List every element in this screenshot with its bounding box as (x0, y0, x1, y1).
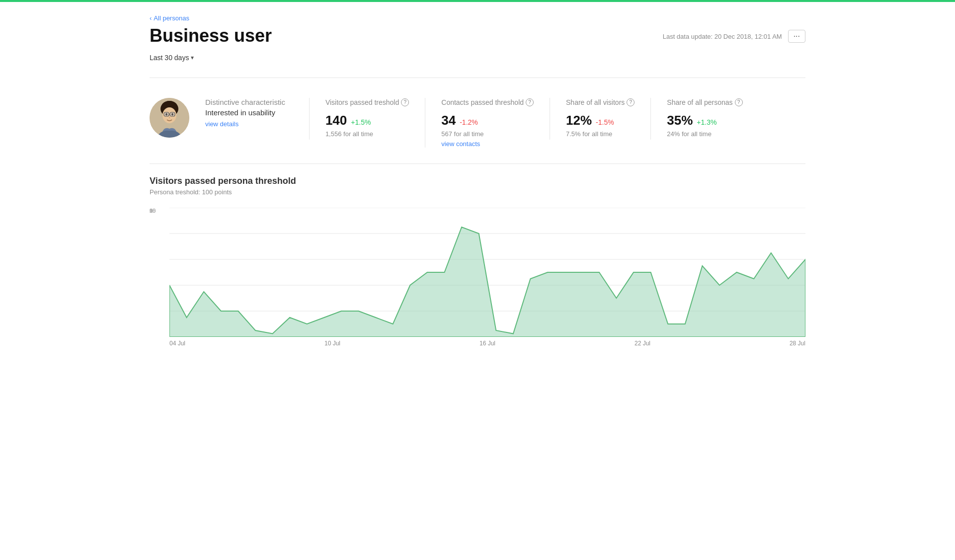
x-label-28jul: 28 Jul (790, 340, 805, 347)
stat-sub-share-visitors: 7.5% for all time (566, 130, 635, 138)
stat-change-share-visitors: -1.5% (596, 118, 614, 126)
stat-block-visitors-passed: Visitors passed treshold ? 140 +1.5% 1,5… (309, 98, 425, 140)
svg-rect-6 (164, 112, 169, 116)
contacts-help-icon[interactable]: ? (526, 98, 534, 106)
x-label-04jul: 04 Jul (169, 340, 185, 347)
characteristic-label: Distinctive characteristic (205, 98, 285, 106)
chart-subtitle: Persona treshold: 100 points (150, 188, 805, 196)
date-range-arrow-icon: ▾ (191, 54, 194, 61)
header-row: Business user Last data update: 20 Dec 2… (150, 26, 805, 46)
chart-title: Visitors passed persona threshold (150, 176, 805, 186)
view-contacts-link[interactable]: view contacts (441, 140, 480, 148)
stat-value-share-personas: 35% (667, 113, 693, 128)
chart-section: Visitors passed persona threshold Person… (150, 176, 805, 357)
stat-sub-share-personas: 24% for all time (667, 130, 742, 138)
stat-change-visitors: +1.5% (351, 118, 371, 126)
date-range-label: Last 30 days (150, 54, 189, 62)
stat-value-share-visitors: 12% (566, 113, 592, 128)
stat-sub-contacts: 567 for all time (441, 130, 534, 138)
stat-block-share-personas: Share of all personas ? 35% +1.3% 24% fo… (650, 98, 758, 140)
x-label-22jul: 22 Jul (635, 340, 650, 347)
x-label-10jul: 10 Jul (324, 340, 340, 347)
stat-block-contacts-passed: Contacts passed threshold ? 34 -1.2% 567… (425, 98, 550, 148)
page-title: Business user (150, 26, 272, 46)
stat-change-share-personas: +1.3% (697, 118, 716, 126)
share-personas-help-icon[interactable]: ? (735, 98, 743, 106)
view-details-link[interactable]: view details (205, 120, 239, 128)
stat-block-share-visitors: Share of all visitors ? 12% -1.5% 7.5% f… (550, 98, 650, 140)
back-to-personas-link[interactable]: ‹ All personas (150, 14, 189, 22)
date-range-selector[interactable]: Last 30 days ▾ (150, 54, 194, 62)
back-link-label: All personas (154, 14, 189, 22)
stat-change-contacts: -1.2% (460, 118, 478, 126)
x-axis-labels: 04 Jul 10 Jul 16 Jul 22 Jul 28 Jul (169, 337, 805, 347)
chart-svg (169, 208, 805, 337)
stat-main-share-personas: 35% +1.3% (667, 113, 742, 128)
stat-value-visitors: 140 (325, 113, 347, 128)
back-chevron-icon: ‹ (150, 14, 152, 22)
y-label-0: 0 (150, 208, 153, 214)
persona-info: Distinctive characteristic Interested in… (205, 98, 285, 128)
x-label-16jul: 16 Jul (479, 340, 495, 347)
stat-value-contacts: 34 (441, 113, 456, 128)
chart-area: 04 Jul 10 Jul 16 Jul 22 Jul 28 Jul (169, 208, 805, 347)
divider (150, 78, 805, 78)
visitors-help-icon[interactable]: ? (401, 98, 409, 106)
stat-title-visitors: Visitors passed treshold ? (325, 98, 409, 107)
more-options-button[interactable]: ··· (788, 30, 805, 43)
avatar (150, 98, 189, 138)
stat-title-contacts: Contacts passed threshold ? (441, 98, 534, 107)
chart-wrapper: 20 15 10 5 0 04 J (150, 208, 805, 357)
persona-avatar-block (150, 98, 189, 138)
svg-rect-7 (170, 112, 175, 116)
characteristic-value: Interested in usability (205, 108, 285, 117)
divider-2 (150, 163, 805, 164)
stats-row: Distinctive characteristic Interested in… (150, 90, 805, 160)
stat-sub-visitors: 1,556 for all time (325, 130, 409, 138)
share-visitors-help-icon[interactable]: ? (627, 98, 635, 106)
stat-main-visitors: 140 +1.5% (325, 113, 409, 128)
stat-main-share-visitors: 12% -1.5% (566, 113, 635, 128)
stat-main-contacts: 34 -1.2% (441, 113, 534, 128)
header-right: Last data update: 20 Dec 2018, 12:01 AM … (663, 30, 805, 43)
last-update-label: Last data update: 20 Dec 2018, 12:01 AM (663, 33, 782, 40)
stat-title-share-personas: Share of all personas ? (667, 98, 742, 107)
stat-title-share-visitors: Share of all visitors ? (566, 98, 635, 107)
